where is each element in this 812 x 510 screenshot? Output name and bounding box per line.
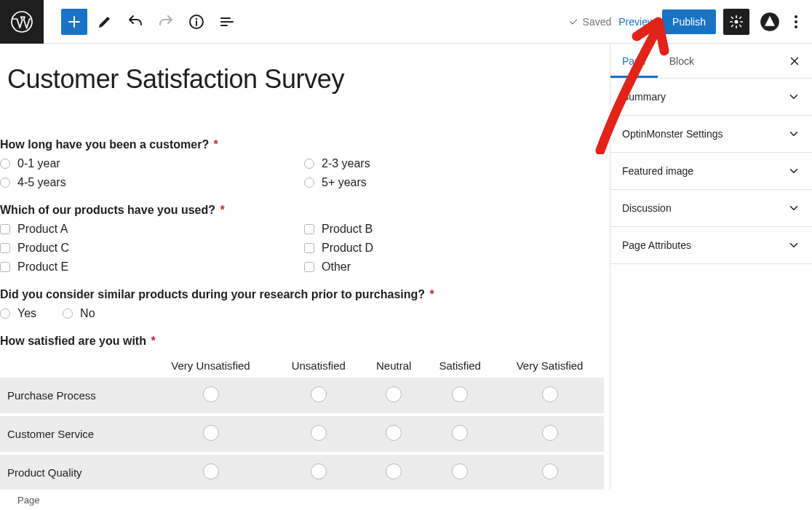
likert-radio[interactable] xyxy=(203,463,219,479)
likert-row: Customer Service xyxy=(0,415,604,453)
panel-page-attributes[interactable]: Page Attributes xyxy=(610,227,812,264)
panel-featured-image[interactable]: Featured image xyxy=(610,153,812,190)
radio-input[interactable] xyxy=(304,159,314,169)
likert-row-label: Purchase Process xyxy=(0,378,148,415)
likert-radio[interactable] xyxy=(542,386,558,402)
undo-button[interactable] xyxy=(122,9,148,35)
likert-col-header: Very Unsatisfied xyxy=(148,354,274,378)
radio-input[interactable] xyxy=(0,178,10,188)
likert-radio[interactable] xyxy=(452,386,468,402)
question-label: Did you consider similar products during… xyxy=(0,288,602,301)
likert-table: Very Unsatisfied Unsatisfied Neutral Sat… xyxy=(0,354,604,490)
form-block: How long have you been a customer? * 0-1… xyxy=(0,138,610,490)
likert-col-header: Unsatisfied xyxy=(274,354,363,378)
radio-input[interactable] xyxy=(0,308,10,319)
checkbox-input[interactable] xyxy=(304,243,314,253)
panel-optinmonster[interactable]: OptinMonster Settings xyxy=(610,116,812,153)
page-title[interactable]: Customer Satisfaction Survey xyxy=(7,64,610,95)
editor-top-toolbar: Saved Preview Publish xyxy=(0,0,812,44)
editor-canvas[interactable]: Customer Satisfaction Survey How long ha… xyxy=(0,44,610,490)
toolbar-left-group xyxy=(61,9,240,35)
add-block-button[interactable] xyxy=(61,9,87,35)
likert-radio[interactable] xyxy=(311,386,327,402)
tab-block[interactable]: Block xyxy=(658,44,706,78)
more-options-menu[interactable] xyxy=(790,11,802,33)
radio-option[interactable]: 2-3 years xyxy=(304,157,602,170)
svg-point-3 xyxy=(735,20,739,23)
checkbox-input[interactable] xyxy=(0,243,10,253)
likert-col-header: Very Satisfied xyxy=(495,354,604,378)
required-asterisk: * xyxy=(426,288,434,300)
checkbox-option[interactable]: Other xyxy=(304,260,602,274)
question-label: How long have you been a customer? * xyxy=(0,138,602,151)
required-asterisk: * xyxy=(210,138,218,151)
radio-option[interactable]: 4-5 years xyxy=(0,176,298,189)
checkbox-input[interactable] xyxy=(0,262,10,272)
likert-radio[interactable] xyxy=(386,386,402,402)
likert-radio[interactable] xyxy=(452,463,468,479)
radio-option[interactable]: No xyxy=(63,307,95,320)
svg-point-2 xyxy=(196,17,197,19)
likert-radio[interactable] xyxy=(542,463,558,479)
chevron-down-icon xyxy=(787,202,800,215)
chevron-down-icon xyxy=(787,164,800,178)
checkbox-input[interactable] xyxy=(304,262,314,272)
panel-summary[interactable]: Summary xyxy=(610,79,812,116)
close-sidebar-button[interactable] xyxy=(784,51,805,71)
document-info-button[interactable] xyxy=(183,9,210,35)
radio-input[interactable] xyxy=(304,178,314,188)
preview-link[interactable]: Preview xyxy=(618,16,655,28)
likert-row-label: Customer Service xyxy=(0,415,148,453)
likert-row: Product Quality xyxy=(0,453,604,490)
likert-radio[interactable] xyxy=(542,425,558,441)
edit-tool-button[interactable] xyxy=(92,9,118,35)
outline-list-button[interactable] xyxy=(214,9,240,35)
checkbox-input[interactable] xyxy=(304,224,314,234)
sidebar-tabs: Page Block xyxy=(610,44,812,79)
checkbox-option[interactable]: Product D xyxy=(304,242,602,255)
likert-col-header: Satisfied xyxy=(424,354,495,378)
chevron-down-icon xyxy=(787,239,800,252)
radio-option[interactable]: Yes xyxy=(0,307,36,320)
checkbox-option[interactable]: Product A xyxy=(0,223,298,236)
radio-input[interactable] xyxy=(0,159,10,169)
saved-status: Saved xyxy=(568,16,612,28)
block-breadcrumb[interactable]: Page xyxy=(0,490,812,510)
likert-row: Purchase Process xyxy=(0,378,604,415)
question-label: How satisfied are you with * xyxy=(0,335,602,348)
likert-radio[interactable] xyxy=(203,386,219,402)
saved-label: Saved xyxy=(583,16,612,28)
wordpress-logo[interactable] xyxy=(0,0,44,44)
required-asterisk: * xyxy=(148,335,156,347)
radio-input[interactable] xyxy=(63,308,73,319)
likert-radio[interactable] xyxy=(452,425,468,441)
likert-radio[interactable] xyxy=(386,463,402,479)
settings-sidebar: Page Block Summary OptinMonster Settings… xyxy=(610,44,812,490)
radio-option[interactable]: 5+ years xyxy=(304,176,602,189)
publish-button[interactable]: Publish xyxy=(662,9,716,34)
chevron-down-icon xyxy=(787,90,800,103)
likert-radio[interactable] xyxy=(386,425,402,441)
likert-row-label: Product Quality xyxy=(0,453,148,490)
settings-sidebar-toggle[interactable] xyxy=(723,9,749,35)
likert-radio[interactable] xyxy=(311,463,327,479)
likert-col-header: Neutral xyxy=(363,354,424,378)
checkbox-input[interactable] xyxy=(0,224,10,234)
question-label: Which of our products have you used? * xyxy=(0,204,602,217)
likert-radio[interactable] xyxy=(311,425,327,441)
tab-page[interactable]: Page xyxy=(610,44,658,78)
checkbox-option[interactable]: Product C xyxy=(0,242,298,255)
toolbar-right-group: Saved Preview Publish xyxy=(568,9,812,35)
required-asterisk: * xyxy=(217,204,225,216)
radio-option[interactable]: 0-1 year xyxy=(0,157,298,170)
checkbox-option[interactable]: Product B xyxy=(304,223,602,236)
plugin-aioseo-button[interactable] xyxy=(757,9,783,35)
redo-button[interactable] xyxy=(153,9,179,35)
chevron-down-icon xyxy=(787,127,800,140)
checkbox-option[interactable]: Product E xyxy=(0,260,298,274)
panel-discussion[interactable]: Discussion xyxy=(610,190,812,227)
likert-radio[interactable] xyxy=(203,425,219,441)
